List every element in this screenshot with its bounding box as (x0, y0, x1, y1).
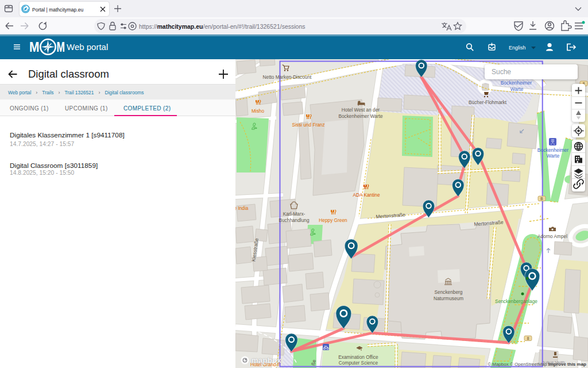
svg-text:Karl-Marx-: Karl-Marx- (283, 211, 305, 217)
svg-text:Senckenberg: Senckenberg (435, 289, 463, 295)
svg-text:M: M (57, 40, 65, 55)
svg-text:Bockenheimer: Bockenheimer (501, 80, 532, 86)
svg-text:Bücher-Flohmarkt: Bücher-Flohmarkt (469, 99, 507, 105)
svg-text:Heppy Green: Heppy Green (319, 217, 347, 223)
svg-text:Senckenberganlage: Senckenberganlage (495, 298, 537, 304)
svg-text:Warte: Warte (510, 86, 524, 92)
svg-text:Examination Office: Examination Office (338, 354, 378, 360)
svg-text:Hotel West an der: Hotel West an der (342, 107, 380, 113)
svg-text:Computer Science: Computer Science (339, 360, 378, 366)
svg-text:8: 8 (527, 336, 529, 340)
svg-text:Warte: Warte (547, 153, 560, 159)
svg-text:M: M (29, 40, 40, 55)
svg-text:B: B (540, 197, 543, 201)
svg-text:English: English (509, 45, 526, 51)
svg-text:Adorno Ampel: Adorno Ampel (537, 233, 567, 239)
svg-text:Naturmuseum: Naturmuseum (434, 296, 463, 301)
svg-text:Bockenheimer Warte: Bockenheimer Warte (338, 113, 383, 119)
svg-text:e India: e India (235, 205, 249, 211)
svg-text:Buchhandlung: Buchhandlung (278, 217, 309, 223)
svg-text:Netto Marken-Discount: Netto Marken-Discount (263, 74, 312, 80)
svg-text:ADA Kantine: ADA Kantine (353, 192, 380, 198)
svg-text:Bockenheimer: Bockenheimer (537, 147, 569, 153)
svg-text:Misho: Misho (252, 108, 265, 114)
svg-text:Sissi und Franz: Sissi und Franz (292, 122, 324, 128)
svg-text:Web portal: Web portal (67, 42, 108, 52)
